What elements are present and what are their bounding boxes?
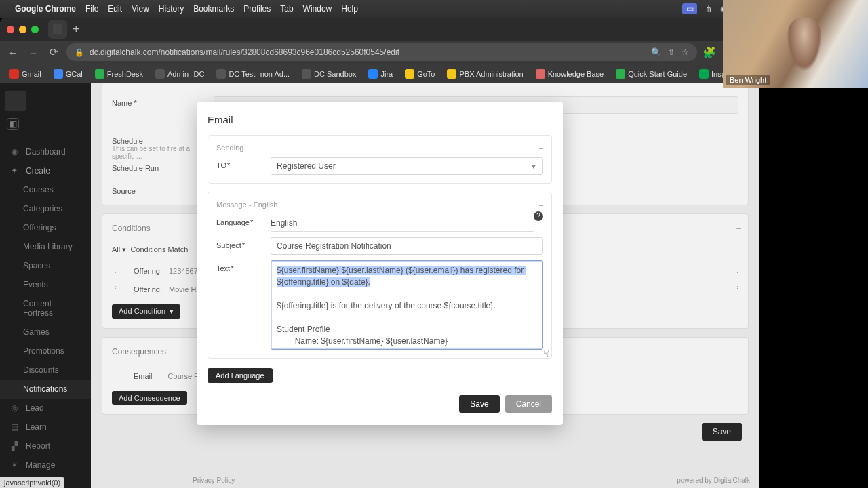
sidebar-item-events[interactable]: Events	[0, 275, 91, 294]
gauge-icon: ◉	[9, 147, 19, 157]
row-more-icon[interactable]: ⋮	[734, 285, 741, 293]
menu-history[interactable]: History	[159, 4, 184, 14]
sidebar-item-label: Categories	[23, 204, 62, 214]
sidebar-item-learn[interactable]: ▤Learn	[0, 418, 91, 436]
back-button[interactable]: ←	[5, 47, 20, 58]
text-label: Text	[216, 264, 233, 272]
page-save-button[interactable]: Save	[702, 423, 742, 441]
screenshare-indicator-icon[interactable]: ▭	[682, 3, 697, 14]
app-name[interactable]: Google Chrome	[15, 4, 76, 14]
drag-handle-icon[interactable]: ⋮⋮	[112, 266, 127, 275]
favicon-icon	[302, 69, 311, 79]
bookmark-item[interactable]: DC Test--non Ad...	[212, 68, 294, 80]
bookmark-item[interactable]: Knowledge Base	[532, 68, 608, 80]
drag-handle-icon[interactable]: ⋮⋮	[112, 371, 127, 380]
menu-window[interactable]: Window	[303, 4, 332, 14]
add-language-button[interactable]: Add Language	[208, 368, 273, 383]
address-bar[interactable]: 🔒 dc.digitalchalk.com/notifications/mail…	[66, 43, 697, 61]
bookmark-item[interactable]: GCal	[50, 68, 87, 80]
to-value: Registered User	[277, 161, 336, 171]
add-condition-button[interactable]: Add Condition ▾	[112, 304, 180, 319]
bookmark-item[interactable]: PBX Administration	[443, 68, 527, 80]
privacy-link[interactable]: Privacy Policy	[193, 476, 235, 484]
add-consequence-button[interactable]: Add Consequence	[112, 391, 187, 405]
schedule-run-label: Schedule Run	[112, 164, 193, 172]
sidebar-item-content-fortress[interactable]: Content Fortress	[0, 294, 91, 323]
bookmark-label: Knowledge Base	[548, 70, 604, 78]
favicon-icon	[95, 69, 104, 79]
to-select[interactable]: Registered User ▼	[271, 157, 543, 175]
email-modal: Email Sending– TO Registered User ▼ Mess…	[197, 102, 563, 425]
conditions-header: Conditions	[112, 224, 151, 233]
collapse-icon[interactable]: –	[736, 224, 741, 233]
row-more-icon[interactable]: ⋮	[734, 266, 741, 275]
favicon-icon	[9, 69, 19, 79]
save-button[interactable]: Save	[459, 395, 499, 413]
sidebar-item-offerings[interactable]: Offerings	[0, 218, 91, 237]
bookmark-item[interactable]: FreshDesk	[91, 68, 147, 80]
conditions-mode-dropdown[interactable]: All ▾	[112, 245, 126, 253]
help-icon[interactable]: ?	[534, 211, 543, 221]
sidebar-item-notifications[interactable]: Notifications	[0, 380, 91, 399]
minimize-window-icon[interactable]	[19, 26, 26, 33]
powered-by: powered by DigitalChalk	[677, 476, 750, 484]
menu-file[interactable]: File	[85, 4, 98, 14]
bookmark-star-icon[interactable]: ☆	[682, 47, 689, 57]
forward-button[interactable]: →	[26, 47, 41, 58]
subject-input[interactable]	[271, 237, 543, 255]
target-icon: ◎	[9, 403, 19, 413]
bookmark-item[interactable]: DC Sandbox	[298, 68, 360, 80]
sidebar-item-manage[interactable]: ✶Manage	[0, 455, 91, 474]
collapse-icon[interactable]: –	[539, 144, 543, 152]
reload-button[interactable]: ⟳	[46, 46, 61, 58]
menu-view[interactable]: View	[132, 4, 149, 14]
collapse-icon[interactable]: –	[736, 347, 741, 357]
bookmark-item[interactable]: Gmail	[5, 68, 45, 80]
sidebar-item-label: Lead	[26, 403, 44, 413]
favicon-icon	[616, 69, 625, 79]
menu-edit[interactable]: Edit	[108, 4, 122, 14]
bookmark-label: Gmail	[22, 70, 41, 78]
sidebar-item-dashboard[interactable]: ◉Dashboard	[0, 142, 91, 161]
bookmarks-bar: Gmail GCal FreshDesk Admin--DC DC Test--…	[0, 64, 760, 83]
text-area[interactable]: ${user.firstName} ${user.lastName} (${us…	[271, 260, 543, 350]
row-more-icon[interactable]: ⋮	[734, 371, 741, 380]
collapse-sidebar-icon[interactable]: ◧	[7, 118, 19, 130]
webcam-thumbnail[interactable]: Ben Wright	[723, 0, 868, 88]
sidebar-item-categories[interactable]: Categories	[0, 199, 91, 218]
language-select[interactable]: English	[271, 214, 534, 232]
bookmark-item[interactable]: GoTo	[401, 68, 439, 80]
sidebar-item-report[interactable]: ▞Report	[0, 436, 91, 455]
share-icon[interactable]: ⇧	[668, 47, 675, 57]
extensions-icon[interactable]: 🧩	[703, 46, 716, 59]
menu-profiles[interactable]: Profiles	[243, 4, 271, 14]
sidebar-item-label: Discounts	[23, 365, 59, 375]
sidebar-item-create[interactable]: ✦Create–	[0, 161, 91, 180]
sidebar-item-promotions[interactable]: Promotions	[0, 342, 91, 361]
sidebar-item-courses[interactable]: Courses	[0, 180, 91, 199]
bookmark-item[interactable]: Jira	[364, 68, 397, 80]
close-window-icon[interactable]	[7, 26, 14, 33]
collapse-icon[interactable]: –	[539, 201, 543, 209]
new-tab-button[interactable]: +	[73, 22, 80, 37]
menu-tab[interactable]: Tab	[280, 4, 293, 14]
search-in-page-icon[interactable]: 🔍	[651, 47, 661, 57]
menu-help[interactable]: Help	[341, 4, 358, 14]
avatar[interactable]	[5, 91, 26, 111]
drag-handle-icon[interactable]: ⋮⋮	[112, 285, 127, 293]
menu-extra-icon[interactable]: ⋔	[705, 4, 712, 14]
bookmark-item[interactable]: Quick Start Guide	[612, 68, 691, 80]
sidebar-item-lead[interactable]: ◎Lead	[0, 399, 91, 418]
menu-bookmarks[interactable]: Bookmarks	[193, 4, 234, 14]
browser-tab[interactable]	[48, 20, 67, 39]
bookmark-item[interactable]: Admin--DC	[151, 68, 208, 80]
favicon-icon	[155, 69, 165, 79]
lock-icon: 🔒	[75, 48, 84, 57]
sidebar-item-discounts[interactable]: Discounts	[0, 361, 91, 380]
sidebar-item-games[interactable]: Games	[0, 323, 91, 342]
panel-title: Sending	[216, 144, 243, 152]
fullscreen-window-icon[interactable]	[31, 26, 39, 33]
sidebar-item-media-library[interactable]: Media Library	[0, 237, 91, 256]
sidebar-item-spaces[interactable]: Spaces	[0, 256, 91, 275]
cancel-button[interactable]: Cancel	[505, 395, 552, 413]
